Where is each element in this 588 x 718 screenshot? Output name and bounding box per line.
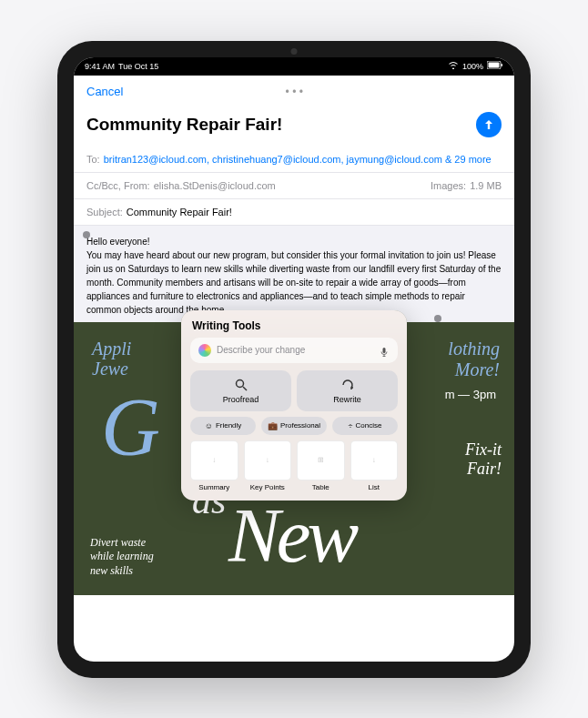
subject-field[interactable]: Subject: Community Repair Fair!: [74, 199, 514, 226]
arrow-up-icon: [482, 118, 495, 131]
poster-text: m — 3pm: [445, 388, 496, 401]
cancel-button[interactable]: Cancel: [86, 85, 123, 98]
selection-end-handle[interactable]: [434, 315, 441, 322]
to-label: To:: [86, 154, 100, 165]
body-paragraph: You may have heard about our new program…: [86, 248, 502, 317]
microphone-icon[interactable]: [379, 345, 390, 356]
keypoints-label: Key Points: [250, 483, 285, 491]
poster-text: G: [101, 395, 160, 460]
wifi-icon: [448, 61, 459, 71]
proofread-label: Proofread: [223, 395, 259, 404]
selection-start-handle[interactable]: [83, 231, 90, 238]
concise-button[interactable]: ÷ Concise: [332, 417, 398, 435]
poster-text: lothing: [448, 339, 500, 359]
svg-rect-2: [502, 64, 503, 66]
magnifier-icon: [234, 378, 248, 392]
status-date: Tue Oct 15: [118, 62, 158, 71]
poster-text: while learning: [90, 550, 154, 564]
keypoints-button[interactable]: ↓ Key Points: [244, 440, 292, 491]
status-time: 9:41 AM: [85, 62, 115, 71]
rewrite-button[interactable]: Rewrite: [297, 370, 398, 411]
poster-text: new skills: [90, 564, 154, 579]
poster-text: Fix-it: [465, 440, 502, 460]
proofread-button[interactable]: Proofread: [190, 370, 291, 411]
to-field[interactable]: To: britran123@icloud.com, christinehuan…: [74, 147, 514, 173]
professional-label: Professional: [280, 421, 320, 430]
send-button[interactable]: [476, 112, 502, 137]
battery-icon: [487, 61, 503, 71]
doc-thumb-icon: ↓: [244, 440, 292, 480]
friendly-label: Friendly: [216, 421, 241, 430]
svg-line-5: [243, 387, 247, 390]
subject-value: Community Repair Fair!: [127, 207, 232, 217]
friendly-button[interactable]: ☺ Friendly: [190, 417, 256, 435]
poster-text: Appli: [92, 339, 131, 359]
summary-button[interactable]: ↓ Summary: [190, 440, 238, 491]
subject-label: Subject:: [86, 207, 123, 217]
images-label: Images:: [431, 180, 466, 191]
more-icon[interactable]: • • •: [286, 86, 303, 98]
writing-tools-title: Writing Tools: [190, 319, 398, 332]
svg-rect-3: [383, 348, 386, 353]
ai-icon: [198, 344, 211, 357]
summary-label: Summary: [198, 483, 229, 491]
to-recipients: britran123@icloud.com, christinehuang7@i…: [104, 154, 502, 165]
nav-bar: Cancel • • •: [74, 76, 514, 108]
table-label: Table: [312, 483, 329, 491]
poster-text: More!: [448, 359, 500, 380]
poster-text: Divert waste: [90, 536, 154, 551]
professional-button[interactable]: 💼 Professional: [261, 417, 327, 435]
list-label: List: [369, 483, 380, 491]
cc-field[interactable]: Cc/Bcc, From: elisha.StDenis@icloud.com …: [74, 173, 514, 199]
rewrite-label: Rewrite: [333, 395, 361, 404]
from-value: elisha.StDenis@icloud.com: [154, 180, 276, 191]
writing-tools-placeholder: Describe your change: [217, 345, 373, 355]
list-button[interactable]: ↓ List: [350, 440, 399, 491]
poster-text: New: [228, 490, 355, 580]
doc-thumb-icon: ↓: [190, 440, 238, 480]
email-body[interactable]: Hello everyone! You may have heard about…: [74, 226, 514, 322]
svg-rect-1: [489, 63, 500, 68]
battery-percent: 100%: [462, 62, 483, 71]
doc-thumb-icon: ⊞: [297, 440, 345, 480]
poster-text: Jewe: [92, 359, 131, 379]
poster-text: Fair!: [465, 460, 502, 479]
concise-icon: ÷: [349, 421, 353, 430]
writing-tools-input[interactable]: Describe your change: [190, 338, 398, 363]
page-title: Community Repair Fair!: [86, 115, 282, 135]
smile-icon: ☺: [205, 421, 213, 430]
concise-label: Concise: [356, 421, 382, 430]
briefcase-icon: 💼: [268, 421, 278, 430]
rewrite-icon: [340, 378, 355, 392]
table-button[interactable]: ⊞ Table: [297, 440, 345, 491]
writing-tools-popover: Writing Tools Describe your change Proof…: [181, 310, 407, 501]
home-indicator[interactable]: [248, 655, 340, 658]
body-greeting: Hello everyone!: [86, 235, 502, 248]
cc-label: Cc/Bcc, From:: [86, 180, 150, 191]
images-size: 1.9 MB: [470, 180, 502, 191]
status-bar: 9:41 AM Tue Oct 15 100%: [74, 57, 514, 76]
svg-point-4: [236, 379, 243, 387]
doc-thumb-icon: ↓: [350, 440, 399, 480]
